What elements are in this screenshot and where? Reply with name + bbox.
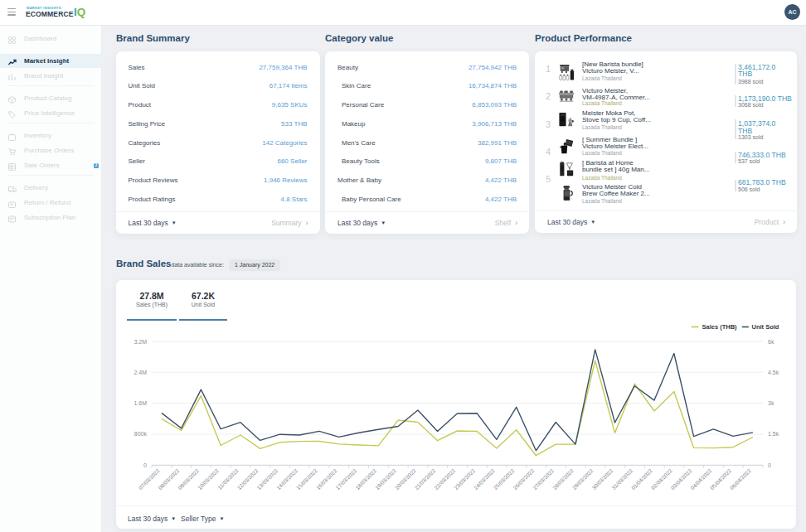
svg-text:Sales (THB): Sales (THB) [702,323,738,331]
svg-text:0: 0 [143,462,147,468]
svg-text:0: 0 [768,462,771,468]
svg-text:1.6M: 1.6M [134,400,147,406]
svg-text:800k: 800k [134,431,148,437]
svg-text:06/04/2022: 06/04/2022 [729,467,752,491]
svg-text:2.4M: 2.4M [134,370,147,375]
svg-text:1.5k: 1.5k [768,431,779,437]
svg-text:Unit Sold: Unit Sold [752,323,779,331]
svg-text:6k: 6k [768,339,774,345]
svg-text:3k: 3k [768,400,774,406]
svg-text:3.2M: 3.2M [134,339,147,345]
svg-text:4.5k: 4.5k [768,370,779,375]
